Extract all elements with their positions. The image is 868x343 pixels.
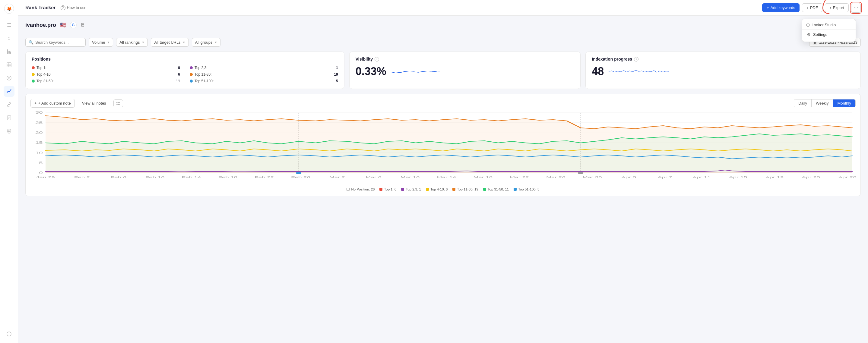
chart-svg-container: 30 25 20 15 10 5 0 xyxy=(30,111,856,184)
sidebar-content-icon[interactable] xyxy=(4,112,14,123)
legend-no-position: No Position: 26 xyxy=(346,187,375,191)
weekly-period-button[interactable]: Weekly xyxy=(812,99,833,107)
svg-text:🦊: 🦊 xyxy=(6,6,12,11)
positions-card: Positions Top 1: 0 Top 2,3: 1 xyxy=(25,52,344,89)
search-input-container[interactable]: 🔍 xyxy=(25,38,86,47)
svg-text:Mar 30: Mar 30 xyxy=(583,176,602,179)
svg-text:Feb 18: Feb 18 xyxy=(218,176,237,179)
country-flag: 🇺🇸 xyxy=(60,22,66,28)
chevron-down-icon: ▼ xyxy=(142,41,145,44)
svg-point-19 xyxy=(117,102,118,103)
sidebar-audit-icon[interactable] xyxy=(4,73,14,83)
visibility-value: 0.33% xyxy=(355,65,386,78)
target-urls-filter[interactable]: All target URLs ▼ xyxy=(151,38,188,47)
site-header: ivanhoe.pro 🇺🇸 G 🖥 xyxy=(25,22,85,28)
position-top410: Top 4-10: 6 xyxy=(32,72,180,77)
indexation-info-icon[interactable]: i xyxy=(634,57,639,62)
svg-point-41 xyxy=(296,172,301,174)
pdf-button[interactable]: ↓ PDF xyxy=(802,3,823,12)
view-all-notes-button[interactable]: View all notes xyxy=(79,99,110,107)
svg-text:Feb 26: Feb 26 xyxy=(291,176,310,179)
svg-text:Apr 7: Apr 7 xyxy=(658,176,673,179)
top51100-legend-dot xyxy=(514,188,517,191)
svg-text:Apr 23: Apr 23 xyxy=(802,176,820,179)
legend-top410: Top 4-10: 6 xyxy=(426,187,448,191)
add-custom-note-button[interactable]: + + Add custom note xyxy=(30,99,75,108)
svg-text:Feb 14: Feb 14 xyxy=(182,176,201,179)
page-title: Rank Tracker xyxy=(25,5,56,10)
svg-text:Mar 26: Mar 26 xyxy=(546,176,565,179)
chart-toolbar: + + Add custom note View all notes xyxy=(30,99,856,108)
topbar: Rank Tracker ? How to use + Add keywords… xyxy=(18,0,868,16)
sidebar-links-icon[interactable] xyxy=(4,99,14,110)
sidebar: 🦊 ☰ ⌂ xyxy=(0,0,18,343)
filters-row: 🔍 Volume ▼ All rankings ▼ All target URL… xyxy=(25,38,861,47)
visibility-info-icon[interactable]: i xyxy=(375,57,379,62)
top410-dot xyxy=(32,73,35,76)
plus-icon: + xyxy=(34,101,37,105)
logo[interactable]: 🦊 xyxy=(4,4,14,15)
sidebar-reports-icon[interactable] xyxy=(4,46,14,57)
more-options-button[interactable]: ⋯ xyxy=(851,3,861,13)
add-keywords-button[interactable]: + Add keywords xyxy=(762,3,800,12)
chevron-down-icon: ▼ xyxy=(214,41,217,44)
volume-filter[interactable]: Volume ▼ xyxy=(89,38,113,47)
svg-text:Mar 2: Mar 2 xyxy=(329,176,345,179)
svg-text:Feb 2: Feb 2 xyxy=(74,176,90,179)
period-buttons: Daily Weekly Monthly xyxy=(794,99,856,107)
chevron-down-icon: ▼ xyxy=(107,41,110,44)
sliders-icon xyxy=(116,101,120,105)
position-top3150: Top 31-50: 11 xyxy=(32,78,180,84)
top23-dot xyxy=(190,66,193,69)
top51100-dot xyxy=(190,79,193,82)
rankings-filter[interactable]: All rankings ▼ xyxy=(116,38,148,47)
sidebar-table-icon[interactable] xyxy=(4,59,14,70)
indexation-title: Indexation progress i xyxy=(592,57,855,62)
sidebar-add-icon[interactable] xyxy=(4,329,14,339)
positions-grid: Top 1: 0 Top 2,3: 1 Top 4-10: 6 xyxy=(32,65,338,84)
svg-text:20: 20 xyxy=(35,131,43,134)
no-position-dot xyxy=(346,188,349,191)
svg-text:Feb 22: Feb 22 xyxy=(254,176,274,179)
top3150-dot xyxy=(32,79,35,82)
svg-rect-4 xyxy=(10,52,11,54)
sidebar-home-icon[interactable]: ⌂ xyxy=(4,33,14,44)
svg-rect-2 xyxy=(7,49,8,54)
svg-text:25: 25 xyxy=(35,121,43,125)
monthly-period-button[interactable]: Monthly xyxy=(833,99,855,107)
svg-text:Apr 28: Apr 28 xyxy=(838,176,856,179)
chevron-down-icon: ▼ xyxy=(183,41,185,44)
main-chart-svg: 30 25 20 15 10 5 0 xyxy=(30,111,856,183)
looker-studio-item[interactable]: ⬡ Looker Studio xyxy=(802,21,856,30)
svg-text:5: 5 xyxy=(39,161,43,165)
groups-filter[interactable]: All groups ▼ xyxy=(192,38,221,47)
positions-title: Positions xyxy=(32,57,338,62)
sidebar-rank-tracker-icon[interactable] xyxy=(4,86,14,97)
looker-icon: ⬡ xyxy=(806,23,810,27)
keyword-search-input[interactable] xyxy=(35,40,82,45)
svg-text:Mar 10: Mar 10 xyxy=(401,176,420,179)
indexation-card: Indexation progress i 48 xyxy=(585,52,861,89)
top1-legend-dot xyxy=(379,188,382,191)
svg-point-10 xyxy=(8,77,10,79)
legend-top51100: Top 51-100: 5 xyxy=(514,187,539,191)
indexation-mini-chart xyxy=(609,65,669,77)
export-icon: ↑ xyxy=(829,5,832,10)
chart-container: + + Add custom note View all notes xyxy=(25,94,861,196)
sidebar-local-icon[interactable] xyxy=(4,126,14,137)
export-button[interactable]: ↑ Export xyxy=(825,3,849,12)
svg-text:30: 30 xyxy=(35,111,43,114)
chart-settings-button[interactable] xyxy=(114,99,123,107)
daily-period-button[interactable]: Daily xyxy=(794,99,812,107)
svg-text:0: 0 xyxy=(39,171,43,174)
sidebar-menu-icon[interactable]: ☰ xyxy=(4,20,14,30)
svg-text:Apr 15: Apr 15 xyxy=(729,176,747,179)
settings-item[interactable]: ⚙ Settings xyxy=(802,30,856,40)
how-to-use-button[interactable]: ? How to use xyxy=(61,5,87,10)
top23-legend-dot xyxy=(401,188,404,191)
top3150-legend-dot xyxy=(483,188,486,191)
legend-top23: Top 2,3: 1 xyxy=(401,187,421,191)
top1130-dot xyxy=(190,73,193,76)
search-icon: 🔍 xyxy=(29,40,33,45)
svg-text:Jan 29: Jan 29 xyxy=(36,176,55,179)
